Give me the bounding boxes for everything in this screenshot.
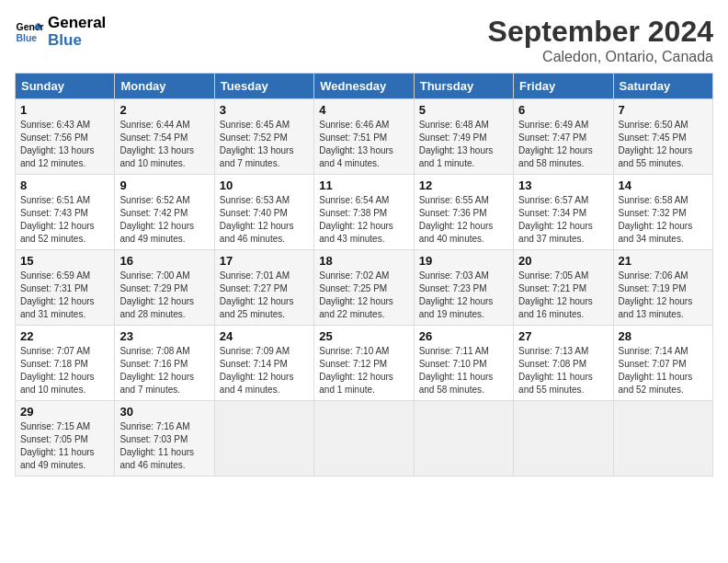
calendar-cell [613,401,712,477]
day-number: 15 [20,254,109,268]
day-number: 30 [119,405,209,419]
day-number: 1 [20,103,109,117]
calendar-cell: 5Sunrise: 6:48 AM Sunset: 7:49 PM Daylig… [414,99,513,175]
calendar-week-3: 15Sunrise: 6:59 AM Sunset: 7:31 PM Dayli… [16,250,713,326]
day-info: Sunrise: 6:44 AM Sunset: 7:54 PM Dayligh… [119,119,209,170]
calendar-cell: 23Sunrise: 7:08 AM Sunset: 7:16 PM Dayli… [115,326,214,401]
calendar-cell: 29Sunrise: 7:15 AM Sunset: 7:05 PM Dayli… [16,401,115,477]
logo: General Blue General Blue [15,15,106,49]
calendar-cell: 18Sunrise: 7:02 AM Sunset: 7:25 PM Dayli… [314,250,414,326]
calendar-cell: 4Sunrise: 6:46 AM Sunset: 7:51 PM Daylig… [314,99,414,175]
day-info: Sunrise: 6:50 AM Sunset: 7:45 PM Dayligh… [619,119,708,170]
day-info: Sunrise: 6:45 AM Sunset: 7:52 PM Dayligh… [220,119,309,170]
day-info: Sunrise: 6:43 AM Sunset: 7:56 PM Dayligh… [20,119,109,170]
calendar-cell: 14Sunrise: 6:58 AM Sunset: 7:32 PM Dayli… [613,175,712,250]
weekday-header-row: SundayMondayTuesdayWednesdayThursdayFrid… [16,74,713,99]
calendar-cell: 8Sunrise: 6:51 AM Sunset: 7:43 PM Daylig… [16,175,115,250]
day-info: Sunrise: 7:09 AM Sunset: 7:14 PM Dayligh… [220,345,309,396]
day-number: 19 [419,254,508,268]
day-info: Sunrise: 6:59 AM Sunset: 7:31 PM Dayligh… [20,270,109,321]
calendar-cell: 2Sunrise: 6:44 AM Sunset: 7:54 PM Daylig… [115,99,214,175]
weekday-wednesday: Wednesday [314,74,414,99]
calendar-cell: 11Sunrise: 6:54 AM Sunset: 7:38 PM Dayli… [314,175,414,250]
weekday-monday: Monday [115,74,214,99]
month-title: September 2024 [488,15,713,49]
day-number: 11 [319,178,408,192]
day-info: Sunrise: 6:55 AM Sunset: 7:36 PM Dayligh… [419,194,508,246]
calendar-cell: 30Sunrise: 7:16 AM Sunset: 7:03 PM Dayli… [115,401,214,477]
day-number: 3 [220,103,309,117]
svg-text:Blue: Blue [17,32,38,42]
calendar-cell [514,401,613,477]
weekday-saturday: Saturday [613,74,712,99]
logo-general: General [48,15,106,32]
calendar-cell: 17Sunrise: 7:01 AM Sunset: 7:27 PM Dayli… [214,250,313,326]
day-number: 6 [518,103,608,117]
day-info: Sunrise: 7:00 AM Sunset: 7:29 PM Dayligh… [119,270,209,321]
day-number: 29 [20,405,109,419]
day-number: 9 [119,178,209,192]
day-info: Sunrise: 6:49 AM Sunset: 7:47 PM Dayligh… [518,119,608,170]
calendar-cell: 6Sunrise: 6:49 AM Sunset: 7:47 PM Daylig… [514,99,613,175]
calendar-cell: 21Sunrise: 7:06 AM Sunset: 7:19 PM Dayli… [613,250,712,326]
calendar-cell: 12Sunrise: 6:55 AM Sunset: 7:36 PM Dayli… [414,175,513,250]
calendar-cell: 10Sunrise: 6:53 AM Sunset: 7:40 PM Dayli… [214,175,313,250]
day-number: 27 [518,329,608,343]
day-info: Sunrise: 7:16 AM Sunset: 7:03 PM Dayligh… [119,420,209,472]
day-number: 4 [319,103,408,117]
weekday-sunday: Sunday [16,74,115,99]
day-info: Sunrise: 7:15 AM Sunset: 7:05 PM Dayligh… [20,420,109,472]
calendar-cell: 27Sunrise: 7:13 AM Sunset: 7:08 PM Dayli… [514,326,613,401]
day-info: Sunrise: 7:14 AM Sunset: 7:07 PM Dayligh… [619,345,708,396]
weekday-thursday: Thursday [414,74,513,99]
calendar-cell: 20Sunrise: 7:05 AM Sunset: 7:21 PM Dayli… [514,250,613,326]
day-info: Sunrise: 6:52 AM Sunset: 7:42 PM Dayligh… [119,194,209,246]
day-info: Sunrise: 7:05 AM Sunset: 7:21 PM Dayligh… [518,270,608,321]
day-number: 5 [419,103,508,117]
day-info: Sunrise: 7:01 AM Sunset: 7:27 PM Dayligh… [220,270,309,321]
weekday-friday: Friday [514,74,613,99]
day-number: 23 [119,329,209,343]
calendar-week-5: 29Sunrise: 7:15 AM Sunset: 7:05 PM Dayli… [16,401,713,477]
day-info: Sunrise: 7:08 AM Sunset: 7:16 PM Dayligh… [119,345,209,396]
day-info: Sunrise: 6:51 AM Sunset: 7:43 PM Dayligh… [20,194,109,246]
calendar-cell [414,401,513,477]
calendar-cell [314,401,414,477]
day-info: Sunrise: 7:07 AM Sunset: 7:18 PM Dayligh… [20,345,109,396]
day-info: Sunrise: 7:03 AM Sunset: 7:23 PM Dayligh… [419,270,508,321]
day-info: Sunrise: 7:11 AM Sunset: 7:10 PM Dayligh… [419,345,508,396]
calendar-week-4: 22Sunrise: 7:07 AM Sunset: 7:18 PM Dayli… [16,326,713,401]
location: Caledon, Ontario, Canada [488,49,713,65]
calendar-cell [214,401,313,477]
day-info: Sunrise: 7:13 AM Sunset: 7:08 PM Dayligh… [518,345,608,396]
calendar-cell: 22Sunrise: 7:07 AM Sunset: 7:18 PM Dayli… [16,326,115,401]
day-number: 17 [220,254,309,268]
calendar-cell: 16Sunrise: 7:00 AM Sunset: 7:29 PM Dayli… [115,250,214,326]
day-number: 16 [119,254,209,268]
title-block: September 2024 Caledon, Ontario, Canada [488,15,713,65]
day-number: 22 [20,329,109,343]
day-number: 14 [619,178,708,192]
calendar-cell: 9Sunrise: 6:52 AM Sunset: 7:42 PM Daylig… [115,175,214,250]
calendar-week-1: 1Sunrise: 6:43 AM Sunset: 7:56 PM Daylig… [16,99,713,175]
calendar-table: SundayMondayTuesdayWednesdayThursdayFrid… [15,73,713,477]
day-number: 20 [518,254,608,268]
day-info: Sunrise: 6:46 AM Sunset: 7:51 PM Dayligh… [319,119,408,170]
day-info: Sunrise: 6:54 AM Sunset: 7:38 PM Dayligh… [319,194,408,246]
day-number: 10 [220,178,309,192]
calendar-body: 1Sunrise: 6:43 AM Sunset: 7:56 PM Daylig… [16,99,713,477]
day-number: 12 [419,178,508,192]
day-info: Sunrise: 7:02 AM Sunset: 7:25 PM Dayligh… [319,270,408,321]
calendar-cell: 26Sunrise: 7:11 AM Sunset: 7:10 PM Dayli… [414,326,513,401]
calendar-week-2: 8Sunrise: 6:51 AM Sunset: 7:43 PM Daylig… [16,175,713,250]
day-number: 7 [619,103,708,117]
day-info: Sunrise: 6:58 AM Sunset: 7:32 PM Dayligh… [619,194,708,246]
calendar-cell: 28Sunrise: 7:14 AM Sunset: 7:07 PM Dayli… [613,326,712,401]
day-number: 8 [20,178,109,192]
day-info: Sunrise: 6:57 AM Sunset: 7:34 PM Dayligh… [518,194,608,246]
calendar-cell: 1Sunrise: 6:43 AM Sunset: 7:56 PM Daylig… [16,99,115,175]
day-number: 28 [619,329,708,343]
weekday-tuesday: Tuesday [214,74,313,99]
calendar-cell: 15Sunrise: 6:59 AM Sunset: 7:31 PM Dayli… [16,250,115,326]
logo-icon: General Blue [15,17,44,47]
